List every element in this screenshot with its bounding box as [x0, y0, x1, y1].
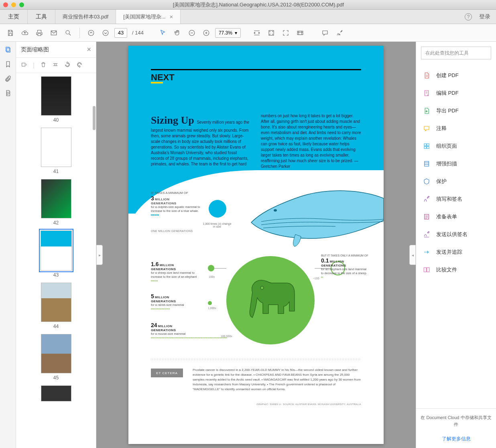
pdf-page: NEXT Sizing Up Seventy million years ago… — [128, 46, 384, 444]
tool-增强扫描[interactable]: 增强扫描 — [416, 155, 496, 173]
tab-home[interactable]: 主页 — [0, 10, 28, 24]
thumb-40[interactable]: 40 — [16, 76, 96, 123]
tool-icon — [423, 89, 431, 97]
print-icon[interactable] — [34, 27, 45, 39]
tool-icon — [423, 142, 431, 150]
fullscreen-icon[interactable] — [280, 27, 291, 39]
whale-stat: IT TAKES A MINIMUM OF 3 MILLION GENERATI… — [151, 191, 207, 216]
fit-width-icon[interactable] — [251, 27, 262, 39]
insert-icon[interactable] — [52, 61, 59, 69]
read-mode-icon[interactable] — [295, 27, 306, 39]
zoom-out-icon[interactable] — [186, 27, 197, 39]
rotate-ccw-icon[interactable] — [64, 61, 71, 69]
cloud-upload-icon[interactable] — [19, 27, 30, 39]
minimize-window[interactable] — [11, 2, 16, 7]
tool-icon — [423, 124, 431, 132]
tab-bar: 主页 工具 商业报告样本03.pdf [美国国家地理杂... × ? 登录 — [0, 10, 496, 24]
tool-填写和签名[interactable]: 填写和签名 — [416, 190, 496, 208]
thumb-45[interactable]: 45 — [16, 334, 96, 381]
svg-rect-12 — [424, 144, 426, 146]
trash-icon[interactable] — [40, 61, 47, 69]
tools-search[interactable]: 在此处查找您的工具 — [421, 47, 491, 59]
options-icon[interactable] — [21, 61, 27, 69]
hand-tool-icon[interactable] — [172, 27, 183, 39]
document-icon[interactable] — [3, 88, 13, 98]
thumb-44[interactable]: 44 — [16, 283, 96, 329]
close-tab-icon[interactable]: × — [170, 13, 173, 20]
tool-icon — [423, 107, 431, 115]
page-down-icon[interactable] — [100, 27, 111, 39]
chevron-down-icon: ▾ — [235, 30, 237, 36]
mouse-stat: 24 MILLION GENERATIONS for a mouse-size … — [151, 322, 203, 338]
svg-point-2 — [88, 30, 94, 36]
omg-label: ONE MILLION GENERATIONS — [151, 230, 193, 232]
login-link[interactable]: 登录 — [479, 13, 490, 20]
thumbnails-icon[interactable] — [3, 45, 13, 55]
thumbnail-tools: | — [16, 58, 96, 73]
cyan-circle — [209, 200, 226, 218]
tool-注释[interactable]: 注释 — [416, 120, 496, 137]
fit-page-icon[interactable] — [266, 27, 277, 39]
thumb-46[interactable] — [16, 385, 96, 401]
svg-rect-8 — [6, 47, 9, 51]
thumb-41[interactable]: 41 — [16, 128, 96, 174]
tool-创建 PDF[interactable]: 创建 PDF — [416, 67, 496, 84]
tool-编辑 PDF[interactable]: 编辑 PDF — [416, 84, 496, 102]
thumbnail-scrollbar[interactable] — [93, 74, 96, 170]
tools-list: 创建 PDF编辑 PDF导出 PDF注释组织页面增强扫描保护填写和签名准备表单发… — [416, 64, 496, 408]
rotate-cw-icon[interactable] — [76, 61, 83, 69]
right-panel-grip[interactable]: ◂ — [409, 245, 416, 265]
select-tool-icon[interactable] — [157, 27, 169, 39]
svg-rect-10 — [22, 63, 25, 66]
tool-发送并追踪[interactable]: 发送并追踪 — [416, 243, 496, 261]
svg-rect-19 — [427, 268, 429, 272]
tool-组织页面[interactable]: 组织页面 — [416, 137, 496, 155]
document-viewer[interactable]: ▸ ◂ NEXT Sizing Up Seventy million years… — [96, 42, 416, 448]
page-up-icon[interactable] — [85, 27, 97, 39]
tool-比较文件[interactable]: 比较文件 — [416, 261, 496, 279]
thumbnail-list[interactable]: 40 41 42 43 44 45 — [16, 73, 96, 448]
learn-more-link[interactable]: 了解更多信息 — [420, 436, 492, 442]
cycle-label: 1,000 times (x) change in size — [202, 222, 232, 228]
comment-icon[interactable] — [319, 27, 331, 39]
help-icon[interactable]: ? — [465, 13, 472, 20]
thumb-43[interactable]: 43 — [16, 230, 96, 278]
thumb-42[interactable]: 42 — [16, 179, 96, 226]
tool-导出 PDF[interactable]: 导出 PDF — [416, 102, 496, 120]
page-number-input[interactable] — [114, 28, 127, 38]
zoom-in-icon[interactable] — [201, 27, 212, 39]
tools-footer: 在 Document Cloud 中存储和共享文件 了解更多信息 — [416, 408, 496, 448]
toolbar: / 144 77.3%▾ — [0, 24, 496, 42]
section-label: NEXT — [151, 72, 175, 83]
tab-doc-2[interactable]: [美国国家地理杂... × — [116, 10, 181, 24]
svg-rect-9 — [7, 48, 10, 53]
zoom-dropdown[interactable]: 77.3%▾ — [215, 28, 241, 38]
tool-保护[interactable]: 保护 — [416, 173, 496, 190]
zoom-window[interactable] — [19, 2, 24, 7]
tool-icon — [423, 71, 431, 79]
tool-icon — [423, 230, 431, 238]
bookmark-icon[interactable] — [3, 59, 13, 69]
left-panel-grip[interactable]: ▸ — [96, 245, 103, 265]
tab-tools[interactable]: 工具 — [28, 10, 55, 24]
window-titlebar: [美国国家地理杂志].National.Geographic.USA.2012-… — [0, 0, 496, 10]
tool-准备表单[interactable]: 准备表单 — [416, 208, 496, 226]
close-window[interactable] — [3, 2, 8, 7]
close-panel-icon[interactable]: × — [87, 45, 91, 54]
thumbnail-panel: 页面缩略图 × | 40 41 42 43 44 45 — [16, 42, 96, 448]
tool-icon — [423, 195, 431, 203]
tool-发送以供签名[interactable]: 发送以供签名 — [416, 226, 496, 243]
window-title: [美国国家地理杂志].National.Geographic.USA.2012-… — [24, 1, 493, 8]
graphic-credit: GRAPHIC: SIWEN LI. SOURCE: ALISTAIR EVAN… — [256, 403, 361, 405]
attachment-icon[interactable] — [3, 74, 13, 83]
rabbit-stat: 5 MILLION GENERATIONS for a rabbit-size … — [151, 293, 203, 310]
mail-icon[interactable] — [48, 27, 59, 39]
tab-doc-1[interactable]: 商业报告样本03.pdf — [55, 10, 116, 24]
svg-point-1 — [66, 31, 69, 34]
tool-icon — [423, 177, 431, 185]
svg-rect-15 — [427, 147, 429, 149]
decrease-stat: BUT IT TAKES ONLY A MINIMUM OF 0.1 MILLI… — [321, 254, 369, 278]
search-icon[interactable] — [63, 27, 74, 39]
save-icon[interactable] — [5, 27, 16, 39]
sign-icon[interactable] — [334, 27, 345, 39]
